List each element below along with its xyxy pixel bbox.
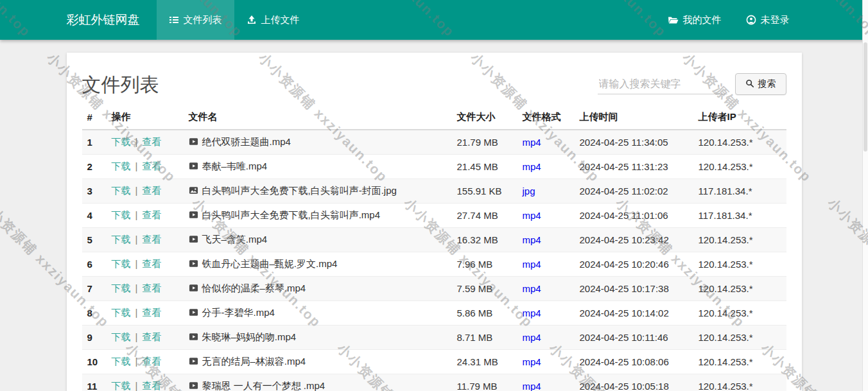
file-name-text: 绝代双骄主题曲.mp4 <box>202 136 291 147</box>
search-button[interactable]: 搜索 <box>735 73 786 95</box>
file-name: 白头鸭叫声大全免费下载,白头翁叫声-封面.jpg <box>184 179 452 204</box>
uploader-ip: 120.14.253.* <box>693 252 786 277</box>
format-link[interactable]: mp4 <box>523 259 541 270</box>
download-link[interactable]: 下载 <box>112 331 131 342</box>
row-index: 4 <box>82 204 107 228</box>
format-link[interactable]: mp4 <box>523 381 541 391</box>
navbar-container: 彩虹外链网盘 文件列表 <box>67 0 802 40</box>
view-link[interactable]: 查看 <box>142 282 161 293</box>
vertical-scrollbar[interactable] <box>862 0 868 391</box>
file-name-text: 恰似你的温柔–蔡琴.mp4 <box>202 282 306 293</box>
upload-time: 2024-04-25 11:02:02 <box>575 179 693 204</box>
file-name-text: 奉献–韦唯.mp4 <box>202 161 268 171</box>
download-link[interactable]: 下载 <box>112 136 131 147</box>
file-name: 恰似你的温柔–蔡琴.mp4 <box>184 277 452 301</box>
file-size: 5.86 MB <box>452 301 517 326</box>
table-row: 4下载|查看白头鸭叫声大全免费下载,白头翁叫声.mp427.74 MBmp420… <box>82 204 786 228</box>
file-format: mp4 <box>517 374 575 391</box>
row-index: 5 <box>82 228 107 252</box>
file-format: mp4 <box>517 350 575 374</box>
file-table-head: # 操作 文件名 文件大小 文件格式 上传时间 上传者IP <box>82 105 786 130</box>
uploader-ip: 117.181.34.* <box>693 179 786 204</box>
format-link[interactable]: jpg <box>523 186 535 196</box>
file-name: 奉献–韦唯.mp4 <box>184 155 452 179</box>
view-link[interactable]: 查看 <box>142 258 161 269</box>
format-link[interactable]: mp4 <box>523 210 541 221</box>
format-link[interactable]: mp4 <box>523 161 541 172</box>
format-link[interactable]: mp4 <box>523 308 541 318</box>
nav-item-file-list[interactable]: 文件列表 <box>157 0 234 40</box>
download-link[interactable]: 下载 <box>112 234 131 245</box>
format-link[interactable]: mp4 <box>523 332 541 343</box>
video-file-icon <box>189 308 198 317</box>
view-link[interactable]: 查看 <box>142 234 161 245</box>
top-navbar: 彩虹外链网盘 文件列表 <box>0 0 868 40</box>
table-row: 7下载|查看恰似你的温柔–蔡琴.mp47.59 MBmp42024-04-25 … <box>82 277 786 301</box>
nav-item-my-files[interactable]: 我的文件 <box>655 0 734 40</box>
format-link[interactable]: mp4 <box>523 137 541 148</box>
row-index: 8 <box>82 301 107 326</box>
file-name: 绝代双骄主题曲.mp4 <box>184 130 452 155</box>
table-row: 5下载|查看飞天–含笑.mp416.32 MBmp42024-04-25 10:… <box>82 228 786 252</box>
uploader-ip: 120.14.253.* <box>693 228 786 252</box>
table-row: 10下载|查看无言的结局–林淑容.mp424.31 MBmp42024-04-2… <box>82 350 786 374</box>
brand-link[interactable]: 彩虹外链网盘 <box>67 0 157 40</box>
view-link[interactable]: 查看 <box>142 209 161 220</box>
action-separator: | <box>135 136 138 147</box>
table-row: 11下载|查看黎瑞恩 一人有一个梦想 .mp411.79 MBmp42024-0… <box>82 374 786 391</box>
view-link[interactable]: 查看 <box>142 161 161 171</box>
action-separator: | <box>135 258 138 269</box>
action-separator: | <box>135 307 138 318</box>
download-link[interactable]: 下载 <box>112 185 131 196</box>
file-size: 8.71 MB <box>452 326 517 350</box>
action-separator: | <box>135 209 138 220</box>
table-row: 3下载|查看白头鸭叫声大全免费下载,白头翁叫声-封面.jpg155.91 KBj… <box>82 179 786 204</box>
nav-item-upload[interactable]: 上传文件 <box>234 0 312 40</box>
file-name-text: 无言的结局–林淑容.mp4 <box>202 356 306 367</box>
download-link[interactable]: 下载 <box>112 356 131 367</box>
navbar-right-group: 我的文件 未登录 <box>655 0 802 40</box>
file-format: mp4 <box>517 326 575 350</box>
view-link[interactable]: 查看 <box>142 136 161 147</box>
video-file-icon <box>189 137 198 146</box>
view-link[interactable]: 查看 <box>142 307 161 318</box>
download-link[interactable]: 下载 <box>112 209 131 220</box>
view-link[interactable]: 查看 <box>142 380 161 391</box>
view-link[interactable]: 查看 <box>142 356 161 367</box>
download-link[interactable]: 下载 <box>112 258 131 269</box>
user-icon <box>746 15 756 25</box>
folder-icon <box>668 15 679 25</box>
uploader-ip: 120.14.253.* <box>693 374 786 391</box>
search-input[interactable] <box>598 74 727 94</box>
format-link[interactable]: mp4 <box>523 356 541 367</box>
table-row: 6下载|查看铁血丹心主题曲–甄妮.罗文.mp47.96 MBmp42024-04… <box>82 252 786 277</box>
file-table: # 操作 文件名 文件大小 文件格式 上传时间 上传者IP 1下载|查看绝代双骄… <box>82 105 786 391</box>
uploader-ip: 120.14.253.* <box>693 155 786 179</box>
video-file-icon <box>189 356 198 366</box>
download-link[interactable]: 下载 <box>112 161 131 171</box>
file-name-text: 白头鸭叫声大全免费下载,白头翁叫声.mp4 <box>202 209 381 220</box>
scrollbar-thumb[interactable] <box>864 42 867 152</box>
search-icon <box>745 79 754 90</box>
download-link[interactable]: 下载 <box>112 282 131 293</box>
view-link[interactable]: 查看 <box>142 185 161 196</box>
file-size: 21.79 MB <box>452 130 517 155</box>
header-filesize: 文件大小 <box>452 105 517 130</box>
row-actions: 下载|查看 <box>107 326 184 350</box>
file-format: mp4 <box>517 228 575 252</box>
video-file-icon <box>189 161 198 171</box>
download-link[interactable]: 下载 <box>112 380 131 391</box>
format-link[interactable]: mp4 <box>523 234 541 245</box>
nav-item-login-status[interactable]: 未登录 <box>734 0 802 40</box>
search-button-label: 搜索 <box>758 78 776 90</box>
file-format: mp4 <box>517 301 575 326</box>
format-link[interactable]: mp4 <box>523 283 541 294</box>
uploader-ip: 120.14.253.* <box>693 301 786 326</box>
file-name-text: 分手-李碧华.mp4 <box>202 307 275 318</box>
file-name-text: 白头鸭叫声大全免费下载,白头翁叫声-封面.jpg <box>202 185 397 196</box>
download-link[interactable]: 下载 <box>112 307 131 318</box>
action-separator: | <box>135 331 138 342</box>
file-name-text: 飞天–含笑.mp4 <box>202 234 268 245</box>
page-title: 文件列表 <box>82 73 159 96</box>
view-link[interactable]: 查看 <box>142 331 161 342</box>
